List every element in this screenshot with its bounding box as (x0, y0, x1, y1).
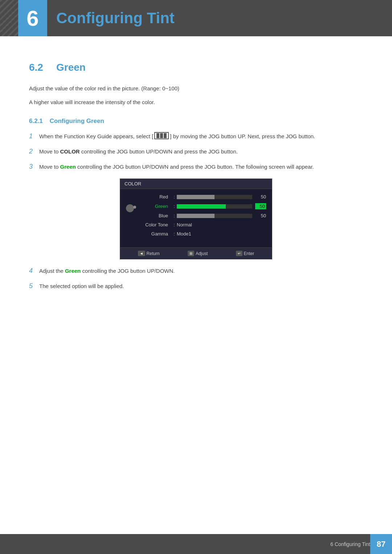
steps-list-2: 4 Adjust the Green controlling the JOG b… (29, 267, 363, 291)
monitor-label-gamma: Gamma (139, 231, 172, 237)
monitor-label-blue: Blue (139, 213, 172, 218)
steps-list: 1 When the Function Key Guide appears, s… (29, 132, 363, 171)
monitor-ui-screenshot: COLOR Red : 50 (120, 178, 272, 259)
step-2-number: 2 (29, 148, 39, 155)
monitor-bar-red (177, 195, 252, 199)
monitor-value-blue: 50 (255, 213, 266, 218)
green-keyword-step4: Green (65, 268, 81, 274)
step-1-text: When the Function Key Guide appears, sel… (39, 132, 363, 141)
monitor-value-colortone: Normal (177, 222, 192, 227)
monitor-bar-fill-green (177, 204, 226, 209)
step-5-number: 5 (29, 282, 39, 290)
monitor-bar-fill-red (177, 195, 215, 199)
color-keyword: COLOR (60, 148, 80, 155)
monitor-icon-circle (126, 204, 134, 212)
monitor-value-red: 50 (255, 194, 266, 200)
monitor-row-colortone: Color Tone : Normal (139, 222, 266, 227)
step-2-text: Move to COLOR controlling the JOG button… (39, 147, 363, 156)
green-keyword-step3: Green (60, 164, 76, 170)
monitor-title-bar: COLOR (120, 179, 272, 189)
return-icon: ◄ (138, 251, 145, 256)
footer-btn-enter: ↵ Enter (236, 251, 254, 256)
page-title: Configuring Tint (56, 9, 175, 27)
monitor-body: Red : 50 Green : 50 (120, 189, 272, 245)
footer-btn-adjust: ⊞ Adjust (188, 251, 208, 256)
step-1-number: 1 (29, 132, 39, 140)
section-title: Green (56, 62, 86, 73)
step-3-number: 3 (29, 163, 39, 171)
monitor-label-colortone: Color Tone (139, 222, 172, 227)
monitor-row-gamma: Gamma : Mode1 (139, 231, 266, 237)
jog-icon (154, 132, 169, 139)
monitor-title: COLOR (124, 181, 141, 186)
step-4-text: Adjust the Green controlling the JOG but… (39, 267, 363, 275)
monitor-icon-area (126, 194, 139, 212)
monitor-row-blue: Blue : 50 (139, 213, 266, 218)
footer-btn-return: ◄ Return (138, 251, 160, 256)
monitor-row-red: Red : 50 (139, 194, 266, 200)
return-label: Return (147, 251, 160, 256)
step-2: 2 Move to COLOR controlling the JOG butt… (29, 147, 363, 156)
enter-label: Enter (244, 251, 254, 256)
step-4-number: 4 (29, 267, 39, 275)
monitor-rows-container: Red : 50 Green : 50 (139, 194, 266, 240)
section-number: 6.2 (29, 62, 49, 73)
monitor-bar-green (177, 204, 252, 209)
step-4: 4 Adjust the Green controlling the JOG b… (29, 267, 363, 275)
adjust-icon: ⊞ (188, 251, 194, 256)
chapter-number: 6 (26, 6, 38, 31)
step-1: 1 When the Function Key Guide appears, s… (29, 132, 363, 141)
enter-icon: ↵ (236, 251, 242, 256)
footer-page-number: 87 (370, 534, 392, 554)
adjust-label: Adjust (196, 251, 208, 256)
subsection-heading: 6.2.1 Configuring Green (29, 118, 363, 125)
step-3: 3 Move to Green controlling the JOG butt… (29, 163, 363, 171)
subsection-number: 6.2.1 (29, 118, 43, 124)
footer-chapter-text: 6 Configuring Tint (330, 541, 370, 547)
step-5-text: The selected option will be applied. (39, 282, 363, 291)
monitor-bar-blue (177, 214, 252, 218)
monitor-value-gamma: Mode1 (177, 231, 191, 237)
step-5: 5 The selected option will be applied. (29, 282, 363, 291)
monitor-label-green: Green (139, 204, 172, 209)
monitor-row-green: Green : 50 (139, 203, 266, 209)
step-3-text: Move to Green controlling the JOG button… (39, 163, 363, 171)
paragraph-1: Adjust the value of the color red in the… (29, 84, 363, 93)
monitor-footer: ◄ Return ⊞ Adjust ↵ Enter (120, 247, 272, 259)
chapter-number-box: 6 (18, 0, 47, 36)
paragraph-2: A higher value will increase the intensi… (29, 98, 363, 107)
main-content: 6.2 Green Adjust the value of the color … (0, 36, 392, 333)
section-heading: 6.2 Green (29, 62, 363, 73)
page-header: 6 Configuring Tint (0, 0, 392, 36)
monitor-bar-fill-blue (177, 214, 215, 218)
page-footer: 6 Configuring Tint 87 (0, 534, 392, 554)
subsection-title: Configuring Green (50, 118, 104, 124)
monitor-label-red: Red (139, 194, 172, 200)
monitor-value-green: 50 (255, 203, 266, 209)
